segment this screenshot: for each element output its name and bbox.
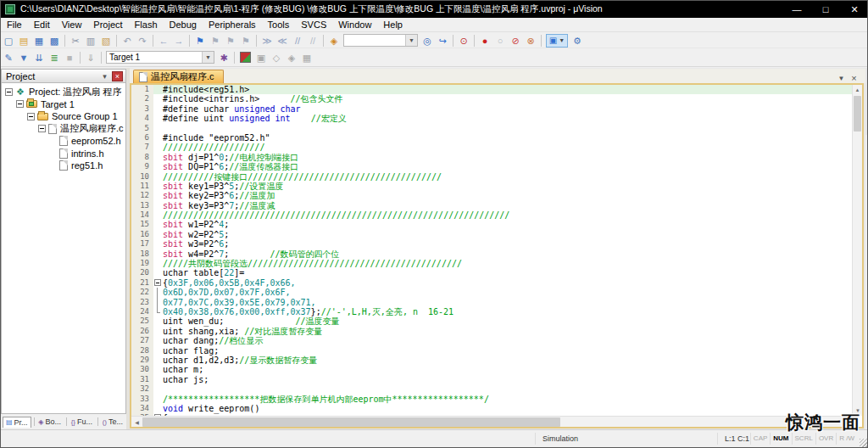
tree-item[interactable]: Target 1: [2, 98, 125, 111]
indent-icon[interactable]: ≫: [259, 34, 275, 48]
tab-source-file[interactable]: 温控风扇程序.c: [133, 70, 224, 83]
logic-analyzer-icon[interactable]: ▦: [299, 51, 314, 64]
chip-icon: [29, 102, 34, 106]
panel-tab-bar: ▤Pr...◈Bo...{}Fu...()Te...: [1, 414, 126, 429]
tree-item[interactable]: ❖Project: 温控风扇 程序: [2, 86, 125, 98]
chevron-down-icon[interactable]: ▼: [202, 52, 214, 63]
maximize-button[interactable]: □: [811, 1, 840, 18]
configure-tools-icon[interactable]: ⚙: [570, 34, 585, 48]
stop-build-icon[interactable]: ■: [62, 51, 77, 64]
tab-list-icon[interactable]: ▼: [835, 75, 848, 82]
hscroll-thumb[interactable]: [142, 417, 560, 427]
code-token: key1=P3^: [183, 182, 229, 191]
menu-edit[interactable]: Edit: [28, 19, 56, 31]
project-tree: ❖Project: 温控风扇 程序Target 1Source Group 1温…: [1, 83, 126, 414]
chevron-down-icon[interactable]: ▼: [405, 35, 417, 46]
editor-vscrollbar[interactable]: ▲ ▼: [852, 85, 862, 416]
panel-close-icon[interactable]: ×: [112, 71, 123, 81]
panel-tab-Te[interactable]: ()Te...: [100, 417, 125, 427]
resize-grip[interactable]: [860, 439, 868, 447]
tree-item[interactable]: reg51.h: [2, 160, 125, 172]
start-stop-debug-icon[interactable]: [240, 52, 251, 63]
tree-item[interactable]: intrins.h: [2, 148, 125, 160]
close-button[interactable]: ✕: [840, 1, 868, 18]
batch-build-icon[interactable]: ≣: [47, 51, 62, 64]
menu-peripherals[interactable]: Peripherals: [203, 19, 262, 31]
tree-item[interactable]: 温控风扇程序.c: [2, 123, 125, 136]
code-editor[interactable]: 1#include<reg51.h>2#include<intrins.h> /…: [131, 85, 852, 416]
save-icon[interactable]: ▦: [31, 34, 47, 48]
navigate-back-icon[interactable]: ←: [156, 34, 171, 48]
menu-flash[interactable]: Flash: [129, 19, 164, 31]
fold-margin: [153, 404, 163, 413]
download-icon[interactable]: ⇓: [83, 51, 98, 64]
outdent-icon[interactable]: ≪: [275, 34, 290, 48]
uncomment-icon[interactable]: //: [305, 34, 320, 48]
collapse-icon[interactable]: [38, 125, 46, 132]
scroll-left-icon[interactable]: ◀: [131, 419, 142, 425]
panel-tab-Fu[interactable]: {}Fu...: [69, 417, 95, 427]
new-file-icon[interactable]: ▢: [1, 34, 16, 48]
watch-window-icon[interactable]: ◇: [269, 51, 284, 64]
translate-file-icon[interactable]: ✎: [1, 51, 16, 64]
open-file-icon[interactable]: ▤: [16, 34, 31, 48]
comment-icon[interactable]: //: [290, 34, 305, 48]
navigate-forward-icon[interactable]: →: [171, 34, 186, 48]
search-document-icon[interactable]: ◎: [420, 34, 435, 48]
window-manager-icon[interactable]: ▣▼: [546, 34, 568, 48]
toggle-breakpoint-icon[interactable]: ●: [477, 34, 492, 48]
collapse-icon[interactable]: [16, 100, 24, 108]
menu-tools[interactable]: Tools: [262, 19, 296, 31]
menu-debug[interactable]: Debug: [164, 19, 203, 31]
collapse-icon[interactable]: [5, 88, 13, 96]
scroll-up-icon[interactable]: ▲: [853, 85, 862, 95]
minimize-button[interactable]: —: [782, 1, 811, 18]
insert-bookmark-icon[interactable]: ⚑: [192, 34, 208, 48]
cut-icon[interactable]: ✂: [68, 34, 83, 48]
menu-view[interactable]: View: [56, 19, 88, 31]
fold-margin: [153, 316, 163, 326]
tab-separator: [97, 417, 98, 426]
undo-icon[interactable]: ↶: [120, 34, 135, 48]
copy-icon[interactable]: ▥: [83, 34, 98, 48]
memory-window-icon[interactable]: ◈: [284, 51, 299, 64]
file-icon: [59, 136, 68, 146]
target-select[interactable]: Target 1▼: [106, 51, 214, 64]
next-bookmark-icon[interactable]: ⚑: [223, 34, 238, 48]
menu-svcs[interactable]: SVCS: [295, 19, 332, 31]
vscroll-thumb[interactable]: [854, 96, 861, 132]
menu-project[interactable]: Project: [87, 19, 128, 31]
options-for-target-icon[interactable]: ✱: [216, 51, 231, 64]
tab-close-icon[interactable]: ×: [848, 73, 860, 83]
menu-window[interactable]: Window: [332, 19, 377, 31]
windows-stack-icon[interactable]: ▣: [253, 51, 269, 64]
rebuild-all-icon[interactable]: ⇊: [31, 51, 47, 64]
save-all-icon[interactable]: ▩: [47, 34, 62, 48]
find-in-files-icon[interactable]: ◈: [326, 34, 342, 48]
collapse-icon[interactable]: [27, 113, 35, 120]
clear-bookmarks-icon[interactable]: ⚑: [238, 34, 253, 48]
redo-icon[interactable]: ↷: [135, 34, 150, 48]
code-token: void: [163, 404, 183, 413]
fold-margin: [153, 346, 163, 356]
disable-all-breakpoints-icon[interactable]: ⊘: [508, 34, 523, 48]
code-token: 0x77,0x7C,0x39,0x5E,0x79,0x71,: [163, 298, 316, 307]
panel-tab-Bo[interactable]: ◈Bo...: [36, 417, 64, 427]
menu-file[interactable]: File: [1, 19, 28, 31]
fold-collapse-icon[interactable]: [154, 279, 161, 286]
enable-disable-breakpoint-icon[interactable]: ○: [492, 34, 508, 48]
panel-tab-Pr[interactable]: ▤Pr...: [3, 417, 31, 428]
find-icon[interactable]: ⊙: [456, 34, 471, 48]
paste-icon[interactable]: ▧: [98, 34, 114, 48]
tree-item[interactable]: Source Group 1: [2, 110, 125, 123]
pin-icon[interactable]: ▾: [99, 72, 110, 81]
build-target-icon[interactable]: ▼: [16, 51, 31, 64]
prev-bookmark-icon[interactable]: ⚑: [208, 34, 223, 48]
kill-all-breakpoints-icon[interactable]: ⊗: [523, 34, 538, 48]
tree-item[interactable]: eeprom52.h: [2, 135, 125, 148]
find-text-combo[interactable]: ▼: [343, 34, 418, 47]
fold-margin: [153, 153, 163, 162]
editor-hscrollbar[interactable]: ◀ ▶: [131, 416, 852, 427]
menu-help[interactable]: Help: [377, 19, 409, 31]
incremental-find-icon[interactable]: ↪: [435, 34, 450, 48]
